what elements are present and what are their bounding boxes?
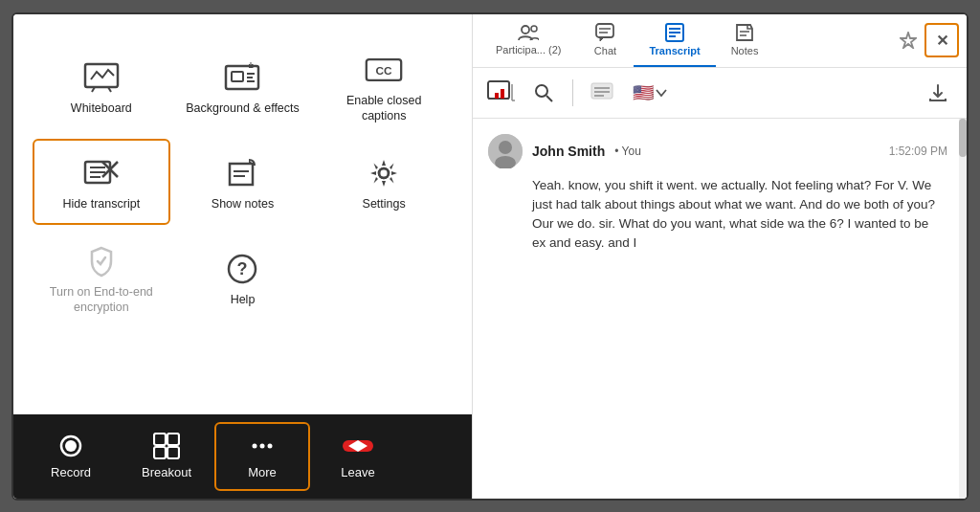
right-panel: Participa... (2) Chat: [473, 14, 967, 499]
whiteboard-label: Whiteboard: [71, 100, 132, 116]
svg-text:?: ?: [237, 259, 248, 278]
search-button[interactable]: [526, 76, 561, 110]
encryption-label: Turn on End-to-end encryption: [42, 284, 161, 316]
chat-icon: [595, 23, 614, 42]
svg-rect-28: [167, 447, 179, 458]
svg-point-30: [260, 444, 265, 449]
svg-rect-26: [167, 434, 179, 445]
whiteboard-menu-item[interactable]: Whiteboard: [33, 37, 170, 136]
chat-label: Chat: [594, 45, 616, 56]
speaker-you-tag: • You: [614, 145, 641, 158]
transcript-label: Transcript: [649, 45, 700, 56]
svg-text:CC: CC: [376, 64, 393, 78]
settings-menu-item[interactable]: Settings: [315, 139, 453, 225]
transcript-content: John Smith • You 1:52:09 PM Yeah. know, …: [473, 119, 967, 499]
record-label: Record: [51, 465, 91, 479]
background-label: Background & effects: [186, 100, 300, 116]
menu-grid-row1: Whiteboard: [33, 37, 453, 136]
hide-transcript-icon: [82, 156, 121, 190]
settings-label: Settings: [363, 196, 406, 211]
notes-icon: [735, 23, 754, 42]
svg-point-20: [379, 168, 389, 178]
svg-rect-35: [596, 24, 613, 37]
bottom-toolbar: Record Breakout: [13, 414, 472, 499]
breakout-icon: [153, 433, 180, 459]
menu-grid-row2: Hide transcript Show notes: [33, 139, 453, 225]
captions-icon: CC: [365, 53, 403, 87]
svg-point-50: [536, 85, 547, 97]
notes-label: Notes: [731, 45, 759, 56]
transcript-icon: [665, 23, 684, 42]
download-button[interactable]: [921, 76, 955, 110]
show-notes-icon: [223, 156, 261, 190]
show-notes-menu-item[interactable]: Show notes: [174, 139, 312, 225]
svg-rect-25: [154, 434, 166, 445]
leave-label: Leave: [341, 465, 374, 479]
svg-rect-27: [154, 447, 166, 458]
pin-button[interactable]: [892, 32, 924, 49]
svg-point-33: [522, 26, 529, 33]
record-icon: [57, 433, 84, 459]
svg-rect-47: [501, 89, 504, 99]
participants-icon: [518, 24, 539, 41]
scrollbar-thumb: [959, 119, 967, 157]
captions-label: Enable closed captions: [324, 93, 443, 124]
divider: [572, 79, 573, 106]
speaker-avatar: [488, 134, 523, 168]
svg-point-31: [268, 444, 273, 449]
captions-menu-item[interactable]: CC Enable closed captions: [315, 37, 453, 136]
whiteboard-icon: [82, 60, 121, 95]
language-selector[interactable]: 🇺🇸: [627, 78, 673, 107]
encryption-menu-item[interactable]: Turn on End-to-end encryption: [33, 229, 170, 327]
app-window: Whiteboard: [11, 12, 969, 501]
hide-transcript-label: Hide transcript: [63, 196, 141, 211]
breakout-button[interactable]: Breakout: [119, 422, 214, 491]
show-notes-label: Show notes: [212, 196, 274, 211]
participants-label: Participa... (2): [496, 44, 561, 56]
encryption-icon: [82, 244, 121, 278]
transcript-timestamp: 1:52:09 PM: [889, 145, 947, 158]
menu-grid-row3: Turn on End-to-end encryption ? Help: [33, 229, 453, 327]
left-panel: Whiteboard: [13, 14, 473, 499]
empty-grid-slot: [315, 229, 453, 327]
more-button[interactable]: More: [214, 422, 310, 491]
tab-transcript[interactable]: Transcript: [634, 14, 715, 67]
hide-transcript-menu-item[interactable]: Hide transcript: [33, 139, 170, 225]
background-menu-item[interactable]: Background & effects: [174, 37, 312, 136]
close-button[interactable]: ✕: [924, 23, 959, 57]
tab-participants[interactable]: Participa... (2): [480, 14, 576, 67]
tab-chat[interactable]: Chat: [576, 14, 634, 67]
background-icon: [223, 60, 261, 95]
transcript-entry: John Smith • You 1:52:09 PM Yeah. know, …: [473, 119, 967, 269]
tab-notes[interactable]: Notes: [716, 14, 774, 67]
transcript-text: Yeah. know, you shift it went. we actual…: [488, 176, 947, 254]
filter-icon: [585, 76, 619, 110]
breakout-label: Breakout: [142, 465, 191, 479]
help-label: Help: [231, 292, 256, 307]
svg-point-57: [499, 141, 512, 154]
help-icon: ?: [223, 252, 261, 286]
panel-tabs: Participa... (2) Chat: [473, 14, 967, 68]
record-button[interactable]: Record: [23, 422, 119, 491]
help-menu-item[interactable]: ? Help: [174, 229, 312, 327]
settings-icon: [365, 156, 403, 190]
svg-point-34: [531, 26, 537, 32]
transcript-header: John Smith • You 1:52:09 PM: [488, 134, 947, 168]
svg-point-29: [253, 444, 257, 449]
svg-point-24: [65, 440, 77, 452]
scrollbar[interactable]: [959, 119, 967, 499]
svg-rect-5: [232, 72, 243, 81]
more-label: More: [248, 465, 277, 479]
transcript-toolbar: 🇺🇸: [473, 68, 967, 119]
svg-rect-46: [495, 93, 499, 99]
leave-button[interactable]: Leave: [310, 422, 406, 491]
transcript-live-icon: [484, 76, 519, 110]
svg-line-51: [546, 96, 552, 101]
more-icon: [249, 433, 276, 459]
more-menu-popup: Whiteboard: [13, 14, 472, 414]
speaker-name: John Smith: [532, 144, 605, 159]
leave-icon: [341, 433, 375, 459]
